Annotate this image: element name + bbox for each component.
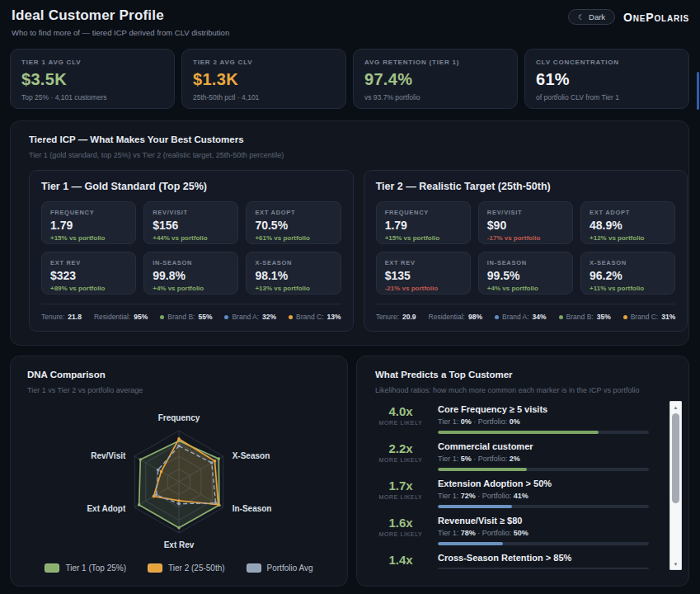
predictor-main: Extension Adoption > 50% Tier 1: 72% · P…	[438, 478, 649, 507]
stat-label: Brand C:	[296, 313, 324, 321]
predictor-ratio: 1.7x	[375, 478, 426, 493]
predictor-detail: Tier 1: 78% · Portfolio: 50%	[438, 529, 649, 537]
metric-delta: +44% vs portfolio	[153, 234, 229, 242]
tier1-label: Tier 1:	[438, 492, 458, 500]
portfolio-value: 0%	[510, 417, 520, 426]
scroll-up-arrow-icon[interactable]: ▲	[669, 402, 682, 412]
metric-tile: EXT REV $135 -21% vs portfolio	[376, 252, 471, 295]
predictors-list[interactable]: 4.0x MORE LIKELY Core Frequency ≥ 5 visi…	[375, 404, 670, 569]
tier-footer: Tenure: 21.8 Residential: 95% Brand B: 5…	[41, 304, 341, 321]
tier-stat: Brand A: 34%	[495, 313, 547, 321]
metric-value: 1.79	[50, 219, 127, 232]
detail-separator: ·	[473, 455, 476, 463]
predictor-detail: Tier 1: 5% · Portfolio: 2%	[438, 455, 649, 463]
tier-stat: Brand A: 32%	[224, 313, 276, 321]
metric-label: IN-SEASON	[153, 259, 229, 266]
portfolio-label: Portfolio:	[482, 529, 512, 537]
theme-toggle-button[interactable]: ☾ Dark	[568, 9, 615, 25]
tier1-value: 5%	[461, 455, 472, 463]
metric-label: IN-SEASON	[487, 259, 564, 266]
kpi-sub: Top 25% · 4,101 customers	[21, 93, 163, 101]
svg-text:X-Season: X-Season	[233, 451, 270, 460]
predictor-ratio-block: 1.7x MORE LIKELY	[375, 478, 426, 507]
brand-dot-icon	[623, 315, 627, 319]
predictor-ratio: 2.2x	[375, 441, 426, 455]
svg-text:Frequency: Frequency	[158, 413, 200, 422]
metric-delta: +61% vs portfolio	[255, 234, 331, 242]
radar-legend: Tier 1 (Top 25%) Tier 2 (25-50th) Portfo…	[11, 563, 347, 573]
portfolio-label: Portfolio:	[482, 492, 512, 500]
predictor-item: 1.6x MORE LIKELY Revenue/Visit ≥ $80 Tie…	[375, 516, 649, 544]
stat-label: Tenure:	[41, 313, 64, 321]
radar-chart-area: FrequencyX-SeasonIn-SeasonExt RevExt Ado…	[27, 399, 331, 558]
predictor-ratio: 1.6x	[375, 516, 426, 530]
metric-tile: FREQUENCY 1.79 +15% vs portfolio	[376, 201, 471, 244]
metric-value: $156	[153, 219, 229, 232]
predictor-main: Commercial customer Tier 1: 5% · Portfol…	[438, 441, 649, 469]
metric-value: 99.5%	[487, 269, 564, 282]
header-controls: ☾ Dark OnePolaris	[568, 9, 689, 25]
radar-subtitle: Tier 1 vs Tier 2 vs portfolio average	[27, 386, 331, 394]
predictor-ratio-block: 2.2x MORE LIKELY	[375, 441, 426, 469]
predictor-title: Core Frequency ≥ 5 visits	[438, 404, 649, 414]
kpi-card: AVG RETENTION (TIER 1) 97.4% vs 93.7% po…	[353, 49, 518, 109]
metric-label: FREQUENCY	[385, 209, 462, 216]
tier-title: Tier 1 — Gold Standard (Top 25%)	[41, 181, 341, 192]
bottom-row: DNA Comparison Tier 1 vs Tier 2 vs portf…	[10, 356, 689, 587]
stat-value: 20.9	[402, 313, 416, 321]
metric-value: 96.2%	[590, 269, 666, 282]
brand-dot-icon	[495, 315, 499, 319]
predictor-main: Cross-Season Retention > 85%	[438, 553, 649, 569]
detail-separator: ·	[477, 529, 480, 537]
kpi-row: TIER 1 AVG CLV $3.5K Top 25% · 4,101 cus…	[10, 49, 689, 109]
predictors-title: What Predicts a Top Customer	[375, 370, 670, 380]
predictor-title: Cross-Season Retention > 85%	[438, 553, 649, 563]
stat-label: Residential:	[429, 313, 465, 321]
likelihood-bar-track	[438, 431, 649, 434]
header-titles: Ideal Customer Profile Who to find more …	[12, 7, 229, 37]
scroll-down-arrow-icon[interactable]: ▼	[669, 559, 682, 569]
predictor-ratio: 1.4x	[375, 553, 426, 567]
metric-delta: +4% vs portfolio	[153, 285, 229, 292]
portfolio-label: Portfolio:	[478, 417, 508, 426]
metric-label: EXT ADOPT	[255, 209, 331, 216]
metric-value: $323	[50, 269, 127, 282]
stat-label: Brand A:	[232, 313, 259, 321]
page-scrollbar-thumb[interactable]	[697, 72, 699, 110]
svg-text:Rev/Visit: Rev/Visit	[91, 451, 126, 460]
predictor-title: Extension Adoption > 50%	[438, 478, 649, 488]
metric-tile: EXT ADOPT 70.5% +61% vs portfolio	[246, 201, 341, 244]
page-title: Ideal Customer Profile	[12, 7, 229, 24]
metric-tile: X-SEASON 98.1% +13% vs portfolio	[246, 252, 341, 295]
panel-scrollbar[interactable]: ▲ ▼	[669, 401, 682, 570]
predictors-panel: What Predicts a Top Customer Likelihood …	[356, 356, 689, 587]
dna-comparison-panel: DNA Comparison Tier 1 vs Tier 2 vs portf…	[10, 356, 348, 587]
metric-grid: FREQUENCY 1.79 +15% vs portfolio REV/VIS…	[376, 201, 676, 295]
predictor-detail: Tier 1: 72% · Portfolio: 41%	[438, 492, 649, 500]
likelihood-bar-fill	[438, 468, 527, 471]
more-likely-label: MORE LIKELY	[375, 494, 426, 500]
tiered-icp-panel: Tiered ICP — What Makes Your Best Custom…	[10, 120, 689, 346]
detail-separator: ·	[473, 417, 476, 426]
predictor-ratio-block: 1.4x MORE LIKELY	[375, 553, 426, 569]
radar-chart: FrequencyX-SeasonIn-SeasonExt RevExt Ado…	[28, 399, 330, 558]
legend-label: Tier 2 (25-50th)	[168, 563, 225, 573]
kpi-label: TIER 1 AVG CLV	[21, 59, 163, 66]
predictors-subtitle: Likelihood ratios: how much more common …	[375, 386, 670, 394]
metric-delta: +89% vs portfolio	[50, 285, 127, 292]
page-subtitle: Who to find more of — tiered ICP derived…	[12, 28, 229, 37]
detail-separator: ·	[477, 492, 480, 500]
likelihood-bar-track	[438, 468, 649, 471]
metric-label: X-SEASON	[590, 259, 666, 266]
metric-tile: EXT ADOPT 48.9% +12% vs portfolio	[580, 201, 675, 244]
metric-delta: +11% vs portfolio	[590, 285, 666, 292]
scrollbar-thumb[interactable]	[672, 413, 679, 503]
kpi-label: TIER 2 AVG CLV	[193, 59, 335, 66]
metric-grid: FREQUENCY 1.79 +15% vs portfolio REV/VIS…	[41, 201, 341, 295]
stat-label: Brand B:	[566, 313, 594, 321]
radar-title: DNA Comparison	[27, 370, 331, 380]
metric-label: EXT REV	[50, 259, 127, 266]
tier1-label: Tier 1:	[438, 417, 458, 426]
legend-swatch-icon	[45, 563, 59, 573]
brand-logo: OnePolaris	[623, 11, 689, 24]
